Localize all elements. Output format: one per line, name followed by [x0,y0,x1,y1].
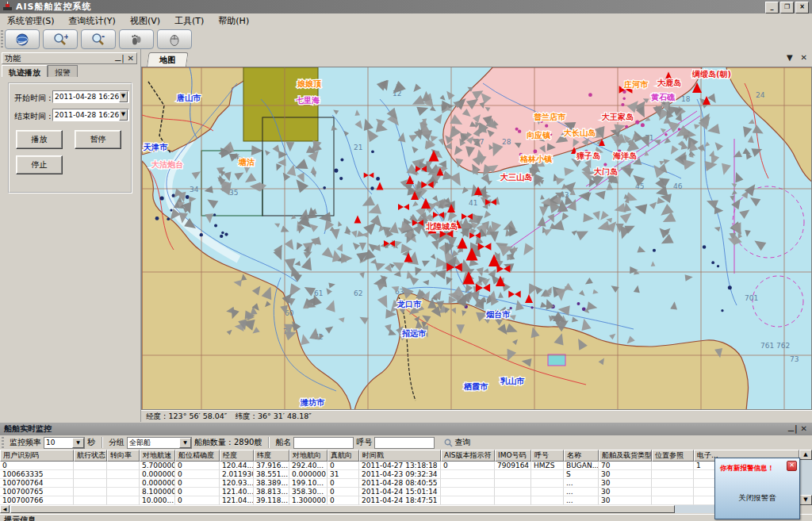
table-cell [441,488,495,496]
vertical-scrollbar[interactable]: ▲ ▼ [799,450,812,505]
table-row[interactable]: 05.7000000120.44...37.916...292.40...020… [0,462,799,470]
place-label: 大三山岛 [500,173,532,182]
table-cell: 358.30... [289,488,327,496]
table-row[interactable]: 1006633350.00000002.01193038.551...0.000… [0,470,799,479]
place-label: 黄石礁 [650,93,676,102]
place-label: 潍坊市 [300,398,325,407]
zoom-out-button[interactable]: - [81,29,116,49]
table-header-cell[interactable]: 时间戳 [359,450,441,462]
select-button[interactable] [157,29,192,49]
minimize-button[interactable]: _ [765,2,779,13]
table-header-cell[interactable]: 转向率 [107,450,140,462]
table-header-cell[interactable]: AIS版本指示符 [441,450,495,462]
close-panel-icon[interactable]: ✕ [128,55,134,63]
realtime-monitor-panel: 船舶实时监控 ⚊| ✕ 监控频率 10 ▼ 秒 分组 全部船 ▼ 船舶数量：28… [0,423,812,514]
scrollbar-thumb[interactable] [10,505,675,513]
scroll-down-icon[interactable]: ▼ [799,495,812,505]
svg-text:762: 762 [776,342,790,350]
table-cell [652,470,694,479]
footprint-icon [129,33,144,47]
table-cell: 31 [327,470,359,479]
place-label: 大鹿岛 [657,79,681,87]
table-header-cell[interactable]: 经度 [220,450,254,462]
nautical-chart[interactable]: 1221242728313435414345461861626360717270… [141,67,812,410]
chevron-down-icon[interactable]: ▼ [119,91,128,102]
menu-tools[interactable]: 工具(T) [167,13,211,29]
controls-grip[interactable] [2,437,4,448]
table-row[interactable]: 1007007640.0000000120.93...38.389...199.… [0,479,799,488]
chevron-down-icon[interactable]: ▼ [179,438,191,448]
zoom-out-icon: - [90,33,106,47]
horizontal-scrollbar[interactable]: ◀ ▶ [0,505,799,513]
zoom-in-button[interactable]: + [43,29,78,49]
tab-alarm[interactable]: 报警 [48,65,78,77]
table-cell: ... [564,488,599,496]
alarm-popup: 你有新报警信息！ ✕ 关闭报警音 [714,458,800,519]
chevron-down-icon[interactable]: ▼ [119,109,128,121]
svg-text:46: 46 [673,182,683,190]
table-header-cell[interactable]: 名称 [564,450,599,462]
table-header-cell[interactable]: 真航向 [327,450,359,462]
pan-button[interactable] [119,29,154,49]
close-panel-icon[interactable]: ✕ [801,425,807,433]
menu-help[interactable]: 帮助(H) [211,13,256,29]
restore-button[interactable]: ❐ [780,2,794,13]
end-time-combo[interactable]: 2011-04-28 16:26 ▼ [52,109,129,121]
freq-combo[interactable]: 10 ▼ [44,437,85,449]
pin-icon[interactable]: ⚊| [114,55,124,63]
table-header-cell[interactable]: 对地航速 [140,450,175,462]
close-tab-icon[interactable]: ✕ [801,53,807,62]
menu-query-stats[interactable]: 查询统计(Y) [62,13,123,29]
table-cell: 30 [599,496,652,505]
scroll-left-icon[interactable]: ◀ [0,505,10,513]
pin-icon[interactable]: ⚊| [787,425,798,433]
close-alert-icon[interactable]: ✕ [787,461,797,471]
close-button[interactable]: × [795,2,809,13]
scroll-up-icon[interactable]: ▲ [799,450,812,460]
freq-unit-label: 秒 [87,437,95,448]
place-label: 海洋岛 [612,151,637,160]
stop-button[interactable]: 停止 [16,155,63,174]
place-label: 大沽炮台 [151,160,183,169]
chevron-down-icon[interactable]: ▼ [787,53,793,62]
table-cell: ... [564,496,599,505]
table-header-cell[interactable]: 用户识别码 [0,450,74,462]
callsign-input[interactable] [374,437,435,449]
table-header-cell[interactable]: 航行状态 [74,450,107,462]
table-header-cell[interactable]: 船舶及载货类型 [599,450,652,462]
ship-name-input[interactable] [293,437,354,449]
pause-button[interactable]: 暂停 [75,130,121,149]
table-row[interactable]: 1007007658.1000000121.40...38.813...358.… [0,488,799,496]
play-button[interactable]: 播放 [16,130,63,149]
table-header-cell[interactable]: IMO号码 [495,450,531,462]
table-row[interactable]: 10070076610.000...0121.04...39.118...1.3… [0,496,799,505]
table-cell: 100700765 [0,488,74,496]
mute-alarm-button[interactable]: 关闭报警音 [715,493,799,504]
table-header-cell[interactable]: 船位精确度 [175,450,220,462]
start-time-combo[interactable]: 2011-04-28 16:26 ▼ [52,90,129,103]
svg-text:41: 41 [469,199,477,207]
menu-view[interactable]: 视图(V) [123,13,167,29]
group-combo[interactable]: 全部船 ▼ [127,437,192,449]
table-cell: 0.000000 [289,470,327,479]
full-extent-button[interactable] [5,29,40,49]
table-cell: 2011-04-23 09:32:34 [359,470,441,479]
table-header-cell[interactable]: 对地航向 [289,450,327,462]
table-header-cell[interactable]: 纬度 [254,450,289,462]
toolbar-grip[interactable] [1,30,3,48]
table-header-cell[interactable]: 呼号 [531,450,564,462]
svg-text:28: 28 [502,138,511,146]
search-button[interactable]: 查询 [444,437,470,448]
tab-track-playback[interactable]: 轨迹播放 [2,65,48,77]
table-cell: 38.389... [254,479,289,488]
svg-text:24: 24 [756,91,765,99]
place-label: 龙口市 [396,300,422,308]
chevron-down-icon[interactable]: ▼ [72,438,84,448]
place-label: 娘娘顶 [297,79,322,88]
table-header-cell[interactable]: 位置参照 [652,450,694,462]
table-cell: 39.118... [254,496,289,505]
table-cell: 0 [175,462,220,470]
menu-system-manage[interactable]: 系统管理(S) [0,13,62,29]
svg-text:35: 35 [229,189,238,197]
start-time-label: 开始时间： [14,93,54,104]
